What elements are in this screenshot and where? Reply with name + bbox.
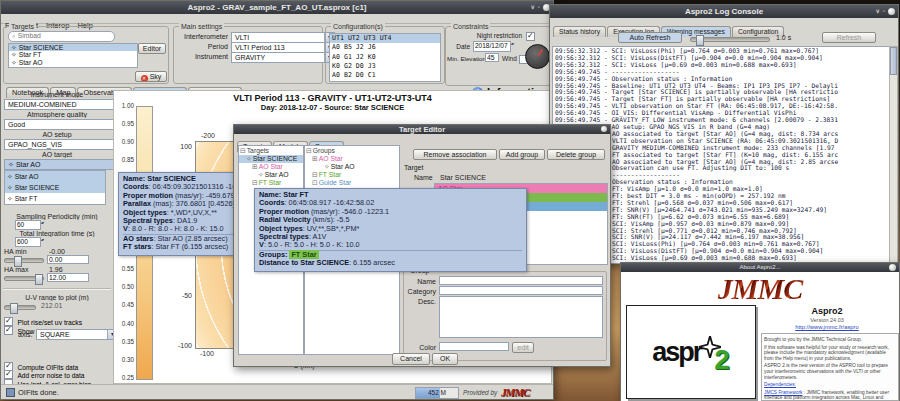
log-titlebar[interactable]: Aspro2 Log Console ∨ ▫ (550, 5, 898, 18)
tooltip-line: Distance to Star SCIENCE: 6.155 arcsec (259, 259, 522, 267)
cancel-button[interactable]: Cancel (392, 353, 430, 365)
tree-node[interactable]: ✧Star SCIENCE (239, 155, 303, 163)
tree-node[interactable]: ⊟Targets (239, 147, 303, 155)
setting-row: Instrument GRAVITY (176, 52, 320, 62)
refresh-button[interactable]: Refresh (822, 32, 876, 43)
oifits-options: Compute OIFits data Add error noise to d… (4, 356, 114, 381)
plot-option[interactable]: Plot rise/set uv tracks (4, 311, 112, 320)
tree-node[interactable]: ⊟Groups (305, 147, 399, 155)
ft-star-tooltip: Name: Star FT Coords: 06:45:08.917 -16:4… (254, 188, 527, 272)
maximize-icon[interactable]: ▫ (883, 7, 885, 15)
add-group-button[interactable]: Add group (499, 149, 545, 160)
setting-label: Instrument (176, 53, 228, 60)
ao-target-option[interactable]: Star FT (5, 193, 105, 204)
group-color-input[interactable] (439, 342, 509, 351)
log-tab[interactable]: Status history (553, 26, 606, 37)
color-edit-button[interactable]: edit (512, 342, 534, 353)
refresh-interval-thumb[interactable] (696, 35, 704, 46)
maximize-icon[interactable]: ▫ (538, 3, 540, 11)
configuration-item[interactable]: UT1 UT2 UT3 UT4 (330, 34, 440, 43)
provided-by-label: Provided by (463, 389, 497, 396)
configuration-item[interactable]: A0 B2 D0 C1 (330, 71, 440, 80)
shade-icon[interactable]: ∨ (530, 3, 534, 11)
ao-target-option[interactable]: Star AO (5, 171, 105, 182)
uv-range-slider[interactable] (4, 305, 36, 310)
setting-combo[interactable]: GRAVITY (231, 52, 335, 63)
night-restriction-checkbox[interactable] (526, 32, 535, 41)
main-titlebar[interactable]: Aspro2 - GRAV_sample_FT_AO_UT.asprox [c1… (1, 1, 553, 14)
y-tick: -50 (182, 292, 192, 299)
wind-compass-dial[interactable] (525, 44, 550, 69)
auto-refresh-toggle[interactable]: Auto Refresh (618, 32, 682, 43)
instrument-mode-label: Instrument mode (1, 91, 113, 98)
ha-max-slider-thumb[interactable] (35, 274, 43, 285)
about-paragraph: ASPRO 2 is the new version of the ASPRO … (764, 363, 896, 380)
group-desc-textarea[interactable] (439, 296, 603, 338)
group-category-input[interactable] (439, 286, 603, 295)
date-spinner[interactable]: 2018/12/07 (473, 41, 511, 52)
about-titlebar[interactable]: About Aspro2... (621, 263, 899, 272)
close-icon[interactable] (888, 8, 895, 15)
close-icon[interactable] (889, 264, 896, 271)
close-icon[interactable] (601, 126, 607, 132)
main-settings-title: Main settings (179, 23, 224, 31)
editor-titlebar[interactable]: Target Editor (234, 125, 610, 134)
sampling-spinner[interactable]: 60 (15, 220, 41, 230)
aspro-logo-text: aspr (652, 337, 701, 368)
log-scrollbar[interactable] (889, 46, 898, 263)
jmmc-big-logo: JMMC (621, 274, 899, 304)
about-paragraph: Brought to you by the JMMC Technical Gro… (764, 337, 896, 343)
oifits-option[interactable]: Use inst. & cal. error bias (4, 373, 114, 381)
about-paragraph: If this software was helpful for your st… (764, 345, 896, 362)
min-elevation-input[interactable] (485, 53, 499, 62)
about-text-box[interactable]: Brought to you by the JMMC Technical Gro… (761, 333, 899, 401)
configuration-item[interactable]: A0 B5 J2 J6 (330, 43, 440, 52)
target-list-item[interactable]: Star AO (9, 59, 137, 66)
target-list-item[interactable]: Star FT (9, 51, 137, 58)
targets-group: Targets ⌕ Star SCIENCEStar FTStar AO Edi… (3, 26, 169, 84)
ha-max-label: HA max (4, 266, 29, 273)
configuration-item[interactable]: K0 G2 D0 J3 (330, 62, 440, 71)
configurations-title: Configuration(s) (331, 23, 385, 31)
tree-node[interactable]: ⊞AO Star (239, 163, 303, 171)
refresh-interval-slider[interactable] (690, 37, 770, 42)
axis-combo[interactable]: SQUARE (36, 329, 118, 340)
configuration-item[interactable]: A0 G1 J2 K0 (330, 53, 440, 62)
ao-target-combo[interactable]: Star AO (4, 159, 126, 170)
shade-icon[interactable]: ∨ (875, 7, 879, 15)
target-section-label: Target (404, 164, 423, 171)
tree-node-icon: ⊡ (312, 179, 318, 186)
checkbox-icon[interactable] (4, 326, 13, 335)
editor-button[interactable]: Editor (138, 43, 166, 54)
ha-min-input[interactable] (47, 255, 89, 264)
ao-setup-combo[interactable]: GPAO_NGS_VIS (4, 139, 126, 150)
atmosphere-quality-combo[interactable]: Good (4, 119, 126, 130)
ha-min-slider[interactable] (4, 258, 44, 263)
instrument-mode-combo[interactable]: MEDIUM-COMBINED (4, 99, 126, 110)
ha-max-slider[interactable] (4, 276, 44, 281)
ao-target-option[interactable]: Star SCIENCE (5, 182, 105, 193)
ha-max-input[interactable] (47, 273, 89, 282)
target-list-item[interactable]: Star SCIENCE (9, 44, 137, 51)
about-link[interactable]: http://www.jmmc.fr/aspro (759, 324, 895, 330)
oifits-option[interactable]: Add error noise to data (4, 364, 114, 372)
plot-option[interactable]: Show the model (4, 320, 112, 329)
x-top-tick: -200 (193, 132, 223, 139)
simbad-search[interactable]: ⌕ (8, 31, 115, 42)
tree-node[interactable]: ✧Star AO (305, 163, 399, 171)
tree-node[interactable]: ⊟FT Star (305, 171, 399, 179)
ok-button[interactable]: OK (432, 353, 458, 365)
search-input[interactable] (18, 32, 98, 39)
group-name-input[interactable] (439, 276, 603, 285)
log-scrollbar-thumb[interactable] (890, 47, 897, 75)
tree-node[interactable]: ✧Star AO (239, 171, 303, 179)
constraints-group: Constraints Night restriction Date 2018/… (445, 26, 551, 86)
delete-group-button[interactable]: Delete group (547, 149, 605, 160)
remove-association-button[interactable]: Remove association (413, 149, 497, 160)
tree-node[interactable]: ⊡Guide Star (305, 179, 399, 187)
oifits-option[interactable]: Compute OIFits data (4, 356, 114, 364)
tree-node[interactable]: ⊞AO Star (305, 155, 399, 163)
tree-node[interactable]: ⊟FT Star (239, 179, 303, 187)
total-integration-spinner[interactable]: 600 (15, 237, 41, 247)
colorbar-tick: 0.50 (122, 284, 134, 290)
